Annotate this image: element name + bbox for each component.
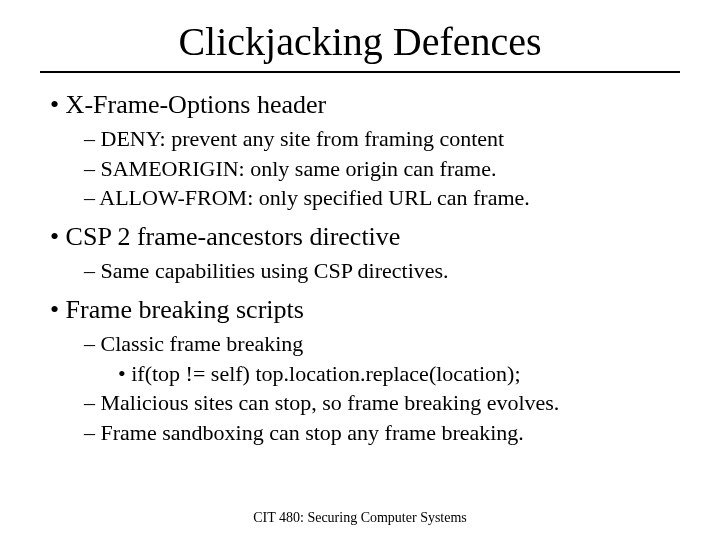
bullet-csp: CSP 2 frame-ancestors directive Same cap… xyxy=(50,219,680,286)
sub-item: Malicious sites can stop, so frame break… xyxy=(84,388,680,418)
sub-item: Classic frame breaking if(top != self) t… xyxy=(84,329,680,388)
bullet-text: Frame breaking scripts xyxy=(66,295,304,324)
slide-title: Clickjacking Defences xyxy=(40,18,680,65)
subsub-item: if(top != self) top.location.replace(loc… xyxy=(118,359,680,389)
bullet-list: X-Frame-Options header DENY: prevent any… xyxy=(40,87,680,448)
sub-item: ALLOW-FROM: only specified URL can frame… xyxy=(84,183,680,213)
sub-list: DENY: prevent any site from framing cont… xyxy=(50,124,680,213)
bullet-framebreak: Frame breaking scripts Classic frame bre… xyxy=(50,292,680,448)
sub-list: Classic frame breaking if(top != self) t… xyxy=(50,329,680,448)
subsub-list: if(top != self) top.location.replace(loc… xyxy=(84,359,680,389)
sub-item: Frame sandboxing can stop any frame brea… xyxy=(84,418,680,448)
bullet-xframe: X-Frame-Options header DENY: prevent any… xyxy=(50,87,680,213)
title-rule xyxy=(40,71,680,73)
bullet-text: CSP 2 frame-ancestors directive xyxy=(66,222,401,251)
sub-text: Classic frame breaking xyxy=(101,331,304,356)
sub-item: SAMEORIGIN: only same origin can frame. xyxy=(84,154,680,184)
sub-item: DENY: prevent any site from framing cont… xyxy=(84,124,680,154)
sub-item: Same capabilities using CSP directives. xyxy=(84,256,680,286)
bullet-text: X-Frame-Options header xyxy=(66,90,327,119)
sub-list: Same capabilities using CSP directives. xyxy=(50,256,680,286)
slide: Clickjacking Defences X-Frame-Options he… xyxy=(0,0,720,540)
slide-footer: CIT 480: Securing Computer Systems xyxy=(0,510,720,526)
